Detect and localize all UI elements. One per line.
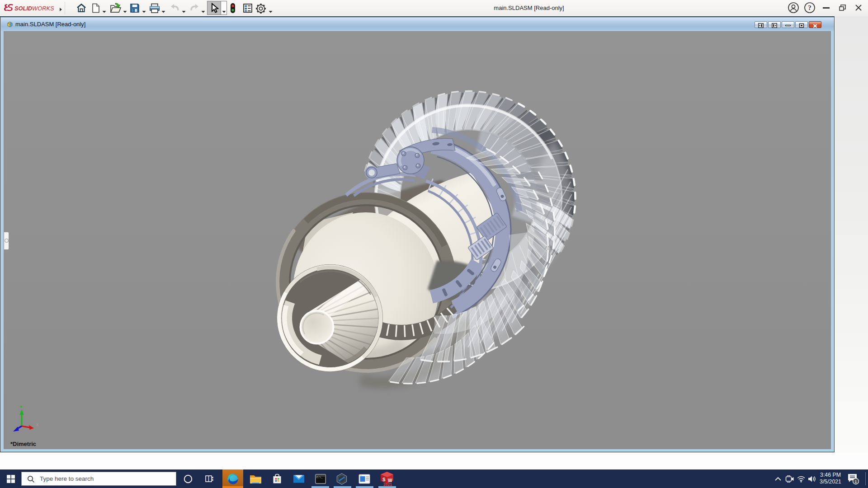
svg-text:C:\_: C:\_ [316, 476, 323, 479]
svg-text:x: x [36, 422, 39, 427]
svg-text:?: ? [808, 4, 811, 11]
svg-text:SOLIDWORKS: SOLIDWORKS [14, 5, 54, 12]
svg-text:1: 1 [854, 479, 857, 484]
svg-text:S: S [382, 477, 386, 482]
svg-text:2021: 2021 [383, 482, 392, 487]
